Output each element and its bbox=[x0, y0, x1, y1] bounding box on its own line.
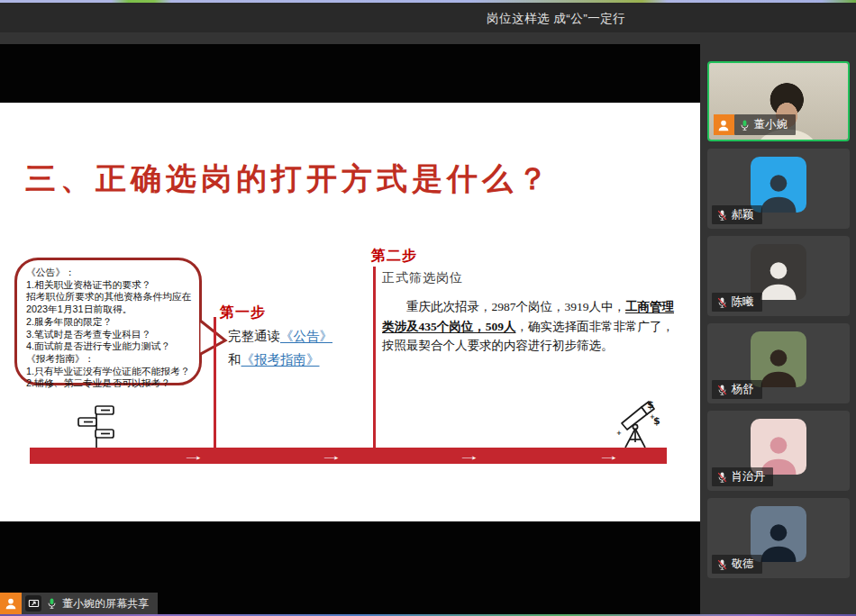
svg-text:$: $ bbox=[647, 399, 654, 411]
participant-tile-jingde[interactable]: 敬德 bbox=[707, 498, 850, 578]
presentation-slide: 三、正确选岗的打开方式是什么？ 《公告》： 1.相关职业资格证书的要求？ 招考职… bbox=[0, 103, 700, 521]
timeline-connector-1 bbox=[214, 317, 216, 448]
mic-muted-icon bbox=[716, 209, 728, 222]
step1-label: 第一步 bbox=[220, 303, 266, 322]
meeting-title: 岗位这样选 成“公”一定行 bbox=[487, 11, 625, 27]
meeting-window: 岗位这样选 成“公”一定行 三、正确选岗的打开方式是什么？ 《公告》： 1.相关… bbox=[0, 0, 856, 616]
share-banner-body: 董小婉的屏幕共享 bbox=[22, 593, 158, 614]
arrow-right-icon: → bbox=[458, 448, 481, 464]
participant-tile-haoying[interactable]: 郝颖 bbox=[707, 149, 850, 229]
mic-muted-icon bbox=[716, 558, 728, 571]
bubble-line: 1.相关职业资格证书的要求？ bbox=[26, 279, 196, 292]
step2-subtitle: 正式筛选岗位 bbox=[382, 270, 463, 286]
bubble-line: 3.笔试时是否考查专业科目？ bbox=[26, 329, 196, 341]
mic-muted-icon bbox=[716, 296, 728, 309]
participant-name-tag: 陈曦 bbox=[712, 293, 762, 312]
avatar bbox=[751, 419, 806, 475]
mic-muted-icon bbox=[716, 384, 728, 396]
participants-panel: 董小婉 郝颖 bbox=[700, 32, 856, 614]
avatar bbox=[751, 244, 806, 300]
participant-name-tag: 董小婉 bbox=[714, 114, 797, 135]
avatar bbox=[751, 331, 806, 387]
svg-text:+: + bbox=[616, 430, 622, 437]
participant-name: 陈曦 bbox=[732, 294, 754, 310]
announcement-link[interactable]: 《公告》 bbox=[280, 329, 332, 343]
step1-text-mid: 和 bbox=[228, 352, 241, 367]
svg-text:+: + bbox=[650, 413, 655, 421]
bubble-line: 《公告》： bbox=[26, 267, 196, 279]
bubble-line: 2.服务年限的限定？ bbox=[26, 316, 196, 329]
screen-share-indicator[interactable]: 董小婉的屏幕共享 bbox=[0, 593, 158, 614]
bubble-line: 1.只有毕业证没有学位证能不能报考？ bbox=[26, 366, 196, 378]
participant-name-tag: 肖治丹 bbox=[712, 467, 774, 486]
signpost-icon bbox=[74, 405, 119, 448]
participant-tile-dongxiaowan[interactable]: 董小婉 bbox=[707, 61, 850, 141]
bubble-line: 4.面试前是否进行专业能力测试？ bbox=[26, 340, 196, 353]
mic-muted-icon bbox=[716, 471, 728, 484]
timeline-connector-2 bbox=[373, 267, 376, 448]
presenter-badge-icon bbox=[0, 593, 22, 614]
bubble-line: 招考职位所要求的其他资格条件均应在 bbox=[26, 291, 196, 303]
participant-name: 郝颖 bbox=[732, 207, 754, 222]
screen-share-icon bbox=[25, 595, 41, 611]
mic-on-icon bbox=[739, 119, 751, 131]
arrow-right-icon: → bbox=[182, 448, 205, 464]
step1-text: 完整通读《公告》 和《报考指南》 bbox=[228, 324, 332, 371]
share-banner-label: 董小婉的屏幕共享 bbox=[62, 596, 149, 611]
participant-name: 杨舒 bbox=[732, 382, 754, 397]
arrow-right-icon: → bbox=[597, 448, 621, 464]
participant-name-tag: 杨舒 bbox=[712, 380, 762, 399]
avatar bbox=[751, 506, 806, 562]
presenter-badge-icon bbox=[714, 114, 734, 135]
application-guide-link[interactable]: 《报考指南》 bbox=[241, 352, 320, 367]
mic-on-icon bbox=[46, 597, 58, 610]
arrow-right-icon: → bbox=[320, 448, 343, 464]
step2-label: 第二步 bbox=[371, 247, 417, 266]
telescope-dollar-icon: $ $ + + bbox=[611, 399, 661, 448]
participant-tile-xiaozhidan[interactable]: 肖治丹 bbox=[707, 411, 850, 491]
bubble-line: 2.辅修、第二专业是否可以报考？ bbox=[26, 377, 196, 390]
participant-name: 董小婉 bbox=[754, 117, 788, 132]
participant-name-tag: 敬德 bbox=[712, 555, 762, 574]
speech-bubble: 《公告》： 1.相关职业资格证书的要求？ 招考职位所要求的其他资格条件均应在 2… bbox=[14, 258, 202, 385]
shared-screen-area: 三、正确选岗的打开方式是什么？ 《公告》： 1.相关职业资格证书的要求？ 招考职… bbox=[0, 44, 700, 614]
participant-name: 肖治丹 bbox=[732, 469, 766, 485]
bubble-line: 《报考指南》： bbox=[26, 353, 196, 366]
step1-text-prefix: 完整通读 bbox=[228, 329, 280, 343]
participant-name: 敬德 bbox=[732, 557, 754, 572]
participant-tile-yangshu[interactable]: 杨舒 bbox=[707, 323, 850, 403]
bubble-line: 2023年1月31日前取得。 bbox=[26, 303, 196, 316]
timeline-bar: → → → → bbox=[30, 448, 667, 464]
participant-name-tag: 郝颖 bbox=[712, 205, 762, 224]
avatar bbox=[751, 157, 806, 213]
step2-paragraph: 重庆此次招录，2987个岗位，3919人中，工商管理类涉及435个岗位，509人… bbox=[382, 297, 674, 356]
participant-tile-chenxi[interactable]: 陈曦 bbox=[707, 236, 850, 316]
slide-title: 三、正确选岗的打开方式是什么？ bbox=[25, 159, 552, 200]
meeting-top-bar: 岗位这样选 成“公”一定行 bbox=[0, 3, 856, 32]
para-text: 重庆此次招录，2987个岗位，3919人中， bbox=[406, 300, 625, 313]
